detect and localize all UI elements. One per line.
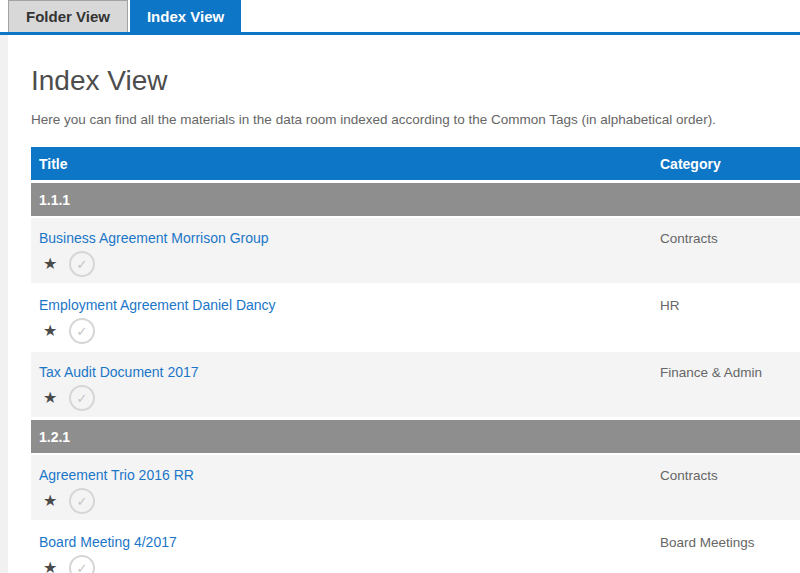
table-header-row: Title Category [31, 147, 800, 180]
document-link[interactable]: Employment Agreement Daniel Dancy [39, 297, 276, 313]
row-category: Contracts [660, 468, 718, 483]
row-icons: ★✓ [39, 487, 800, 515]
table-row: Agreement Trio 2016 RR★✓Contracts [31, 455, 800, 520]
star-icon[interactable]: ★ [39, 390, 61, 406]
page-description: Here you can find all the materials in t… [31, 112, 800, 127]
check-circle-icon[interactable]: ✓ [69, 251, 95, 277]
page-title: Index View [31, 65, 800, 97]
row-category: Finance & Admin [660, 365, 762, 380]
section-header-row: 1.2.1 [31, 420, 800, 453]
column-header-category: Category [660, 156, 721, 172]
table-row: Business Agreement Morrison Group★✓Contr… [31, 218, 800, 283]
tab-index-view[interactable]: Index View [130, 0, 241, 32]
row-icons: ★✓ [39, 384, 800, 412]
row-icons: ★✓ [39, 250, 800, 278]
document-link[interactable]: Agreement Trio 2016 RR [39, 467, 194, 483]
section-header-row: 1.1.1 [31, 183, 800, 216]
row-category: Contracts [660, 231, 718, 246]
table-row: Board Meeting 4/2017★✓Board Meetings [31, 522, 800, 573]
document-link[interactable]: Board Meeting 4/2017 [39, 534, 177, 550]
table-row: Tax Audit Document 2017★✓Finance & Admin [31, 352, 800, 417]
row-icons: ★✓ [39, 317, 800, 345]
check-circle-icon[interactable]: ✓ [69, 318, 95, 344]
row-category: Board Meetings [660, 535, 755, 550]
check-circle-icon[interactable]: ✓ [69, 385, 95, 411]
row-category: HR [660, 298, 680, 313]
star-icon[interactable]: ★ [39, 323, 61, 339]
check-circle-icon[interactable]: ✓ [69, 555, 95, 573]
tab-bar: Folder View Index View [0, 0, 800, 32]
main-content: Index View Here you can find all the mat… [0, 65, 800, 573]
document-link[interactable]: Business Agreement Morrison Group [39, 230, 269, 246]
star-icon[interactable]: ★ [39, 493, 61, 509]
table-body: 1.1.1Business Agreement Morrison Group★✓… [31, 183, 800, 573]
index-table: Title Category 1.1.1Business Agreement M… [31, 147, 800, 573]
accent-divider [0, 32, 800, 35]
star-icon[interactable]: ★ [39, 560, 61, 573]
table-row: Employment Agreement Daniel Dancy★✓HR [31, 285, 800, 350]
left-edge-strip [0, 35, 8, 573]
star-icon[interactable]: ★ [39, 256, 61, 272]
row-icons: ★✓ [39, 554, 800, 573]
tab-folder-view[interactable]: Folder View [8, 0, 128, 32]
document-link[interactable]: Tax Audit Document 2017 [39, 364, 199, 380]
check-circle-icon[interactable]: ✓ [69, 488, 95, 514]
column-header-title: Title [39, 156, 68, 172]
